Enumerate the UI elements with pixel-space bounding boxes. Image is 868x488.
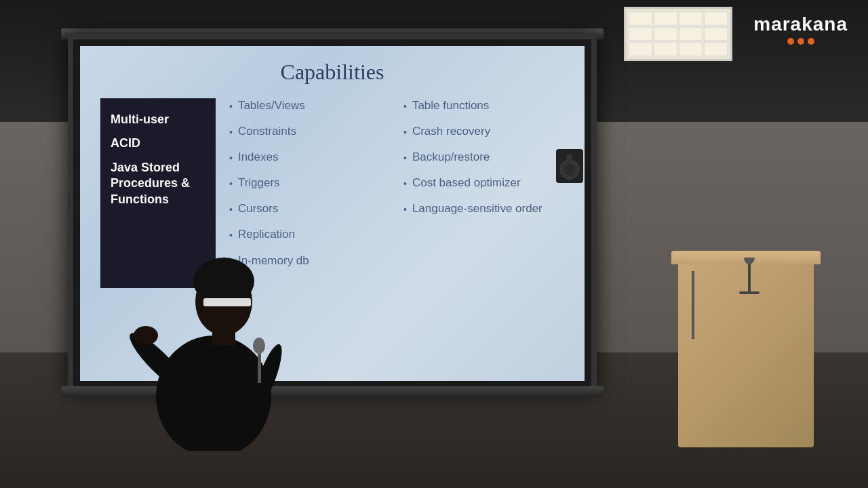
list-item-indexes: • Indexes	[229, 150, 390, 165]
bullet-icon: •	[229, 152, 233, 164]
marakana-dot-2	[797, 38, 804, 45]
ceiling-light	[624, 7, 732, 61]
svg-point-0	[156, 336, 271, 451]
slide-title: Capabilities	[100, 60, 564, 85]
speaker-svg	[105, 193, 336, 451]
podium-mic-stand	[692, 271, 694, 339]
svg-rect-7	[258, 349, 261, 383]
marakana-text: marakana	[753, 14, 848, 35]
svg-point-12	[744, 258, 755, 264]
right-column: • Table functions • Crash recovery • Bac…	[403, 98, 564, 288]
bullet-icon: •	[229, 100, 233, 113]
bullet-icon: •	[229, 178, 233, 190]
sidebar-item-acid: ACID	[111, 136, 205, 151]
list-item-triggers: • Triggers	[229, 176, 390, 190]
svg-point-15	[564, 164, 575, 175]
bullet-icon: •	[403, 203, 407, 216]
sidebar-item-multiuser: Multi-user	[111, 112, 205, 127]
podium-microphone	[736, 258, 763, 298]
bullet-icon: •	[403, 178, 407, 190]
marakana-logo: marakana	[753, 14, 848, 45]
list-item-cost-optimizer: • Cost based optimizer	[403, 176, 564, 190]
list-item-language-order: • Language-sensitive order	[403, 201, 564, 216]
bullet-icon: •	[403, 126, 407, 138]
list-item-backup-restore: • Backup/restore	[403, 150, 564, 165]
svg-point-16	[566, 154, 573, 161]
marakana-dot-3	[808, 38, 814, 45]
marakana-dots	[753, 38, 848, 45]
bullet-icon: •	[403, 100, 407, 113]
list-item-table-functions: • Table functions	[403, 98, 564, 113]
bullet-icon: •	[229, 126, 233, 138]
svg-rect-11	[739, 291, 760, 294]
list-item-constraints: • Constraints	[229, 124, 390, 139]
svg-point-2	[193, 258, 254, 305]
svg-rect-3	[212, 325, 235, 346]
wall-speaker	[556, 149, 583, 183]
svg-rect-9	[203, 298, 251, 306]
svg-point-6	[134, 326, 158, 345]
list-item-tables-views: • Tables/Views	[229, 98, 390, 113]
svg-point-8	[253, 338, 265, 354]
bullet-icon: •	[403, 152, 407, 164]
marakana-dot-1	[787, 38, 794, 45]
speaker-figure	[105, 193, 336, 451]
list-item-crash-recovery: • Crash recovery	[403, 124, 564, 139]
